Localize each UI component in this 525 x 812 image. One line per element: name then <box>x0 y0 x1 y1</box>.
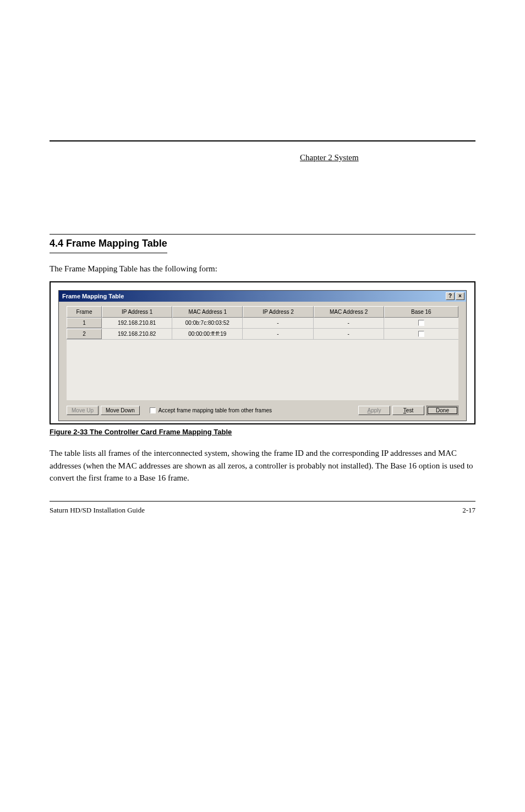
cell-ip2: - <box>243 329 313 339</box>
section-intro: The Frame Mapping Table has the followin… <box>50 263 475 275</box>
accept-mapping-label: Accept frame mapping table from other fr… <box>158 407 272 413</box>
move-up-button[interactable]: Move Up <box>67 406 99 415</box>
chapter-link[interactable]: Chapter 2 System <box>300 153 359 162</box>
col-header-frame[interactable]: Frame <box>67 306 102 318</box>
cell-base16 <box>384 329 458 339</box>
body-paragraph: The table lists all frames of the interc… <box>50 447 475 484</box>
cell-frame: 1 <box>67 318 102 328</box>
cell-mac1: 00:0b:7c:80:03:52 <box>172 318 243 328</box>
col-header-mac1[interactable]: MAC Address 1 <box>172 306 243 318</box>
frame-mapping-dialog: Frame Mapping Table ? × Frame IP Address… <box>58 290 467 421</box>
move-down-button[interactable]: Move Down <box>101 406 140 415</box>
test-button[interactable]: Test <box>392 406 424 415</box>
col-header-ip2[interactable]: IP Address 2 <box>243 306 313 318</box>
cell-base16 <box>384 318 458 328</box>
section-heading: 4.4 Frame Mapping Table <box>50 238 167 253</box>
apply-button[interactable]: Apply <box>358 406 390 415</box>
checkbox-base16[interactable] <box>418 331 424 337</box>
cell-ip1: 192.168.210.82 <box>102 329 172 339</box>
section-divider-top <box>50 234 475 235</box>
col-header-ip1[interactable]: IP Address 1 <box>102 306 172 318</box>
cell-mac1: 00:00:00:ff:ff:19 <box>172 329 243 339</box>
footer-left: Saturn HD/SD Installation Guide <box>50 506 145 515</box>
dialog-title: Frame Mapping Table <box>62 293 124 299</box>
table-header-row: Frame IP Address 1 MAC Address 1 IP Addr… <box>67 306 458 318</box>
cell-ip1: 192.168.210.81 <box>102 318 172 328</box>
close-icon[interactable]: × <box>456 292 464 300</box>
table-row[interactable]: 1 192.168.210.81 00:0b:7c:80:03:52 - - <box>67 318 458 329</box>
cell-mac2: - <box>314 318 384 328</box>
accept-mapping-checkbox[interactable] <box>150 407 156 413</box>
cell-ip2: - <box>243 318 313 328</box>
screenshot-container: Frame Mapping Table ? × Frame IP Address… <box>50 281 475 424</box>
table-row[interactable]: 2 192.168.210.82 00:00:00:ff:ff:19 - - <box>67 329 458 340</box>
done-button[interactable]: Done <box>426 406 458 415</box>
cell-frame: 2 <box>67 329 102 339</box>
footer-page-number: 2-17 <box>462 506 475 515</box>
help-icon[interactable]: ? <box>446 292 455 300</box>
page-footer: Saturn HD/SD Installation Guide 2-17 <box>50 506 475 515</box>
footer-divider <box>50 501 475 502</box>
cell-mac2: - <box>314 329 384 339</box>
col-header-base16[interactable]: Base 16 <box>384 306 458 318</box>
col-header-mac2[interactable]: MAC Address 2 <box>314 306 384 318</box>
table-empty-area <box>67 340 458 400</box>
dialog-titlebar: Frame Mapping Table ? × <box>59 291 466 302</box>
checkbox-base16[interactable] <box>418 320 424 326</box>
header-divider <box>50 140 475 141</box>
figure-caption: Figure 2-33 The Controller Card Frame Ma… <box>50 428 475 436</box>
